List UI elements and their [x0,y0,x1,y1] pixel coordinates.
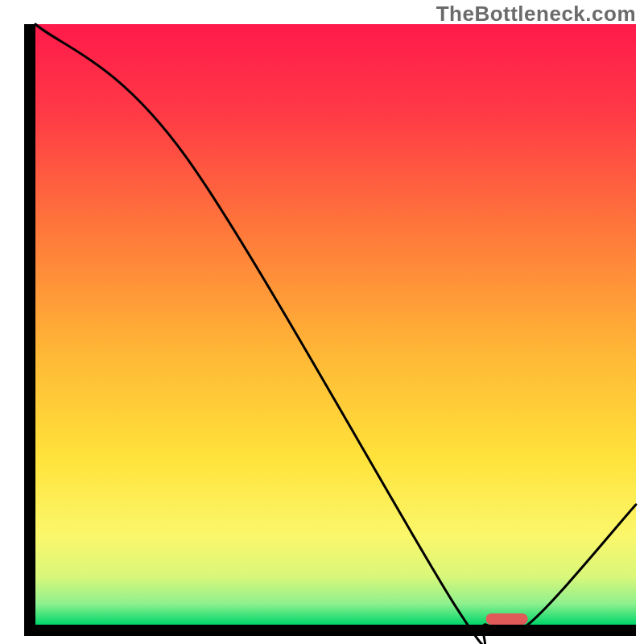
x-axis [24,625,636,636]
y-axis [24,24,35,636]
highlight-pill [486,613,528,625]
chart-svg [0,0,644,644]
plot-background [35,24,636,625]
chart-container: TheBottleneck.com [0,0,644,644]
watermark-text: TheBottleneck.com [436,2,636,27]
